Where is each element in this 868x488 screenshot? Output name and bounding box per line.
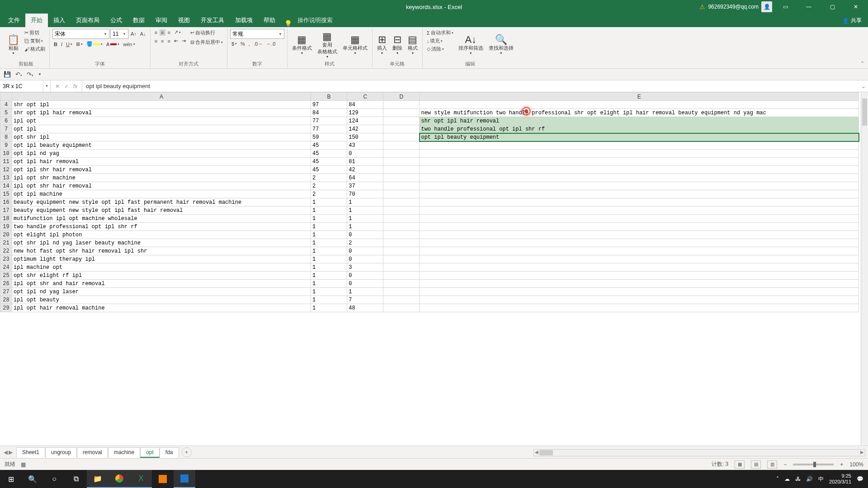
- comma-button[interactable]: ,: [247, 41, 251, 47]
- cell[interactable]: [383, 117, 420, 125]
- cell[interactable]: 1: [311, 263, 347, 272]
- cell[interactable]: [383, 280, 420, 288]
- cell[interactable]: ipl machine opt: [12, 263, 311, 272]
- cell[interactable]: [420, 239, 859, 247]
- row-header[interactable]: 16: [0, 198, 12, 206]
- chrome-button[interactable]: [108, 470, 130, 488]
- zoom-slider[interactable]: [793, 464, 834, 465]
- tab-help[interactable]: 帮助: [258, 14, 281, 27]
- cell[interactable]: [420, 247, 859, 255]
- wrap-text-button[interactable]: ↩自动换行: [189, 29, 224, 37]
- search-button[interactable]: 🔍: [22, 470, 43, 488]
- cell[interactable]: ipl opt shr machine: [12, 174, 311, 182]
- increase-decimal-button[interactable]: .0→: [252, 41, 264, 47]
- insert-cells-button[interactable]: ⊞插入▼: [375, 29, 389, 61]
- cell[interactable]: 2: [311, 182, 347, 190]
- cell[interactable]: [420, 255, 859, 263]
- cell[interactable]: [383, 150, 420, 158]
- decrease-indent-button[interactable]: ⇤: [173, 38, 179, 44]
- col-header-A[interactable]: A: [12, 93, 311, 101]
- volume-icon[interactable]: 🔊: [806, 476, 813, 482]
- cell[interactable]: 150: [347, 133, 383, 141]
- format-as-table-button[interactable]: ▦套用 表格格式▼: [316, 29, 339, 61]
- cell[interactable]: 64: [347, 174, 383, 182]
- row-header[interactable]: 11: [0, 158, 12, 166]
- align-left-button[interactable]: ≡: [153, 38, 159, 44]
- cell[interactable]: 1: [311, 280, 347, 288]
- cell[interactable]: [383, 125, 420, 133]
- cell[interactable]: opt ipl hair removal: [12, 158, 311, 166]
- cell[interactable]: 1: [347, 215, 383, 223]
- notifications-button[interactable]: 💬: [857, 476, 863, 482]
- decrease-decimal-button[interactable]: ←.0: [265, 41, 277, 47]
- cell[interactable]: opt ipl shr hair removal: [12, 166, 311, 174]
- cell[interactable]: [420, 198, 859, 206]
- increase-indent-button[interactable]: ⇥: [180, 38, 187, 44]
- cell[interactable]: 45: [311, 141, 347, 150]
- cell[interactable]: 1: [311, 304, 347, 312]
- tab-developer[interactable]: 开发工具: [195, 14, 230, 27]
- row-header[interactable]: 13: [0, 174, 12, 182]
- cell[interactable]: shr opt ipl: [12, 101, 311, 109]
- cell[interactable]: 1: [311, 255, 347, 263]
- cell[interactable]: 0: [347, 255, 383, 263]
- page-break-view-button[interactable]: ▥: [767, 460, 777, 469]
- cell[interactable]: [383, 182, 420, 190]
- cell[interactable]: [420, 304, 859, 312]
- cell[interactable]: 1: [311, 288, 347, 296]
- sheet-tab[interactable]: removal: [77, 447, 108, 458]
- cell[interactable]: [383, 304, 420, 312]
- cell[interactable]: 70: [347, 190, 383, 198]
- row-header[interactable]: 8: [0, 133, 12, 141]
- cell[interactable]: 1: [311, 239, 347, 247]
- fx-button[interactable]: fx: [73, 83, 77, 89]
- start-button[interactable]: ⊞: [0, 470, 22, 488]
- row-header[interactable]: 23: [0, 255, 12, 263]
- save-button[interactable]: 💾: [4, 71, 11, 78]
- cut-button[interactable]: ✂剪切: [23, 29, 47, 37]
- cell[interactable]: [383, 166, 420, 174]
- cell[interactable]: two handle professional opt ipl shr rf: [420, 125, 859, 133]
- conditional-format-button[interactable]: ▦条件格式▼: [290, 29, 314, 61]
- confirm-edit-button[interactable]: ✓: [64, 83, 69, 89]
- close-button[interactable]: ✕: [845, 0, 866, 14]
- italic-button[interactable]: I: [60, 41, 64, 47]
- cell[interactable]: 0: [347, 247, 383, 255]
- font-size-combo[interactable]: 11▼: [110, 29, 128, 39]
- sheet-tab[interactable]: Sheet1: [16, 447, 45, 458]
- select-all-corner[interactable]: [0, 93, 12, 101]
- cell[interactable]: [383, 215, 420, 223]
- cell[interactable]: 0: [347, 272, 383, 280]
- tellme-search[interactable]: 操作说明搜索: [292, 14, 338, 27]
- row-header[interactable]: 20: [0, 231, 12, 239]
- qat-customize-button[interactable]: ▼: [38, 72, 42, 76]
- tab-view[interactable]: 视图: [173, 14, 195, 27]
- tab-formulas[interactable]: 公式: [105, 14, 127, 27]
- cell[interactable]: [383, 141, 420, 150]
- row-header[interactable]: 12: [0, 166, 12, 174]
- cell[interactable]: [420, 150, 859, 158]
- cell[interactable]: shr opt ipl hair removal: [420, 117, 859, 125]
- cell[interactable]: [420, 223, 859, 231]
- fill-color-button[interactable]: 🪣▾: [85, 41, 104, 47]
- cell[interactable]: [383, 174, 420, 182]
- format-cells-button[interactable]: ▤格式▼: [406, 29, 420, 61]
- cell[interactable]: ipl opt beauty: [12, 296, 311, 304]
- cell[interactable]: 81: [347, 158, 383, 166]
- cell[interactable]: opt ipl machine: [12, 190, 311, 198]
- cell[interactable]: 2: [311, 190, 347, 198]
- cell[interactable]: 124: [347, 117, 383, 125]
- delete-cells-button[interactable]: ⊟删除▼: [391, 29, 404, 61]
- tab-data[interactable]: 数据: [127, 14, 150, 27]
- cell[interactable]: [420, 182, 859, 190]
- tab-addins[interactable]: 加载项: [230, 14, 258, 27]
- cell[interactable]: [383, 247, 420, 255]
- merge-center-button[interactable]: ⊟合并后居中▾: [189, 38, 224, 46]
- cell[interactable]: 129: [347, 109, 383, 117]
- cell[interactable]: 2: [311, 174, 347, 182]
- network-icon[interactable]: 🖧: [795, 476, 801, 482]
- cell[interactable]: ipl opt shr hair removal: [12, 182, 311, 190]
- cell[interactable]: [420, 263, 859, 272]
- increase-font-button[interactable]: A↑: [129, 31, 138, 37]
- expand-formula-bar-button[interactable]: ⌄: [859, 80, 868, 92]
